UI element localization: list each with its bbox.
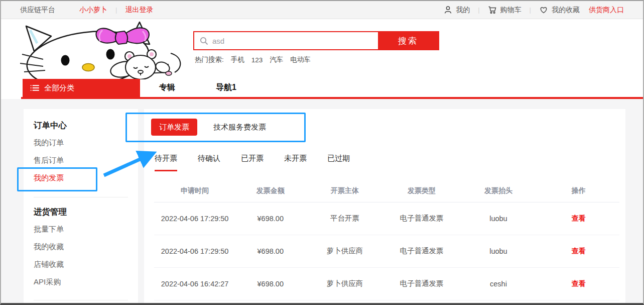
cell-amount: ¥698.00 xyxy=(235,267,305,300)
heart-icon xyxy=(539,6,548,14)
view-link[interactable]: 查看 xyxy=(538,202,619,235)
logout-link[interactable]: 退出登录 xyxy=(125,6,153,15)
topbar-divider: | xyxy=(530,6,531,14)
col-issuer: 开票主体 xyxy=(305,180,384,202)
sidebar-divider xyxy=(34,197,128,197)
cell-title: luobu xyxy=(459,202,538,235)
sidebar-item-bulk-order[interactable]: 批量下单 xyxy=(34,221,128,238)
cell-apply-time: 2022-04-06 16:42:27 xyxy=(154,267,235,300)
nav-item-nav1[interactable]: 导航1 xyxy=(216,82,236,93)
col-action: 操作 xyxy=(538,180,619,202)
table-row: 2022-04-06 17:29:50 ¥698.00 平台开票 电子普通发票 … xyxy=(154,202,619,235)
tab-issued[interactable]: 已开票 xyxy=(241,154,264,171)
tab-pending-invoice[interactable]: 待开票 xyxy=(155,154,177,171)
favorites-link[interactable]: 我的收藏 xyxy=(539,6,580,15)
sidebar-item-my-orders[interactable]: 我的订单 xyxy=(34,134,128,152)
col-apply-time: 申请时间 xyxy=(154,180,235,202)
cart-link[interactable]: 购物车 xyxy=(488,6,522,15)
cell-title: luobu xyxy=(459,235,538,267)
cell-apply-time: 2022-04-06 17:29:50 xyxy=(154,202,235,235)
app-window: 供应链平台 小小萝卜 | 退出登录 我的 | xyxy=(0,0,644,305)
topbar-divider: | xyxy=(478,6,479,14)
hot-keyword[interactable]: 汽车 xyxy=(270,55,283,64)
cell-amount: ¥698.00 xyxy=(235,202,305,235)
cell-issuer: 萝卜供应商 xyxy=(305,235,384,267)
topbar-divider: | xyxy=(115,6,117,14)
sidebar-item-my-favorites[interactable]: 我的收藏 xyxy=(34,238,128,256)
cell-issuer: 萝卜供应商 xyxy=(305,267,384,300)
category-list-icon xyxy=(30,84,39,91)
hot-search: 热门搜索: 手机 123 汽车 电动车 xyxy=(195,55,311,64)
hot-keyword[interactable]: 123 xyxy=(251,56,263,64)
search-input[interactable] xyxy=(212,37,378,45)
sidebar-section-order-center: 订单中心 xyxy=(34,117,128,134)
sidebar-item-api-purchase[interactable]: API采购 xyxy=(34,273,128,291)
hot-keyword[interactable]: 电动车 xyxy=(290,55,311,64)
cell-issuer: 平台开票 xyxy=(305,202,384,235)
my-account-link[interactable]: 我的 xyxy=(444,6,470,15)
sidebar-divider xyxy=(34,300,128,300)
all-categories-button[interactable]: 全部分类 xyxy=(23,79,140,97)
sidebar-item-my-invoices[interactable]: 我的发票 xyxy=(34,169,128,187)
tab-to-confirm[interactable]: 待确认 xyxy=(198,154,220,171)
tab-expired[interactable]: 已过期 xyxy=(327,154,350,171)
search-icon xyxy=(200,37,208,45)
hot-search-label: 热门搜索: xyxy=(195,55,224,64)
cell-apply-time: 2022-04-06 17:29:50 xyxy=(154,235,235,267)
sidebar: 订单中心 我的订单 售后订单 我的发票 进货管理 批量下单 我的收藏 店铺收藏 … xyxy=(24,109,138,305)
invoice-table: 申请时间 发票金额 开票主体 发票类型 发票抬头 操作 2022-04-06 1… xyxy=(154,180,619,300)
tab-tech-service-invoice[interactable]: 技术服务费发票 xyxy=(205,119,274,136)
logo-image[interactable] xyxy=(20,21,187,79)
view-link[interactable]: 查看 xyxy=(538,267,619,300)
tab-not-issued[interactable]: 未开票 xyxy=(284,154,307,171)
invoice-status-tabs: 待开票 待确认 已开票 未开票 已过期 xyxy=(155,154,370,171)
table-header-row: 申请时间 发票金额 开票主体 发票类型 发票抬头 操作 xyxy=(154,180,619,202)
invoice-type-tabs: 订单发票 技术服务费发票 xyxy=(151,119,274,136)
cell-amount: ¥698.00 xyxy=(235,235,305,267)
hot-keyword[interactable]: 手机 xyxy=(231,55,244,64)
sidebar-section-purchase-mgmt: 进货管理 xyxy=(34,204,128,221)
sidebar-item-aftersale-orders[interactable]: 售后订单 xyxy=(34,152,128,169)
cell-type: 电子普通发票 xyxy=(384,202,459,235)
table-row: 2022-04-06 16:42:27 ¥698.00 萝卜供应商 电子普通发票… xyxy=(154,267,619,300)
tab-order-invoice[interactable]: 订单发票 xyxy=(151,119,197,136)
col-amount: 发票金额 xyxy=(235,180,305,202)
user-icon xyxy=(444,6,452,14)
col-title: 发票抬头 xyxy=(459,180,538,202)
col-type: 发票类型 xyxy=(384,180,459,202)
supplier-entry-link[interactable]: 供货商入口 xyxy=(589,6,624,15)
invoice-panel: 订单发票 技术服务费发票 待开票 待确认 已开票 未开票 已过期 申请时间 发票… xyxy=(144,109,625,305)
view-link[interactable]: 查看 xyxy=(538,235,619,267)
cell-title: ceshi xyxy=(459,267,538,300)
nav-item-album[interactable]: 专辑 xyxy=(159,82,175,93)
cell-type: 电子普通发票 xyxy=(384,267,459,300)
cart-icon xyxy=(488,6,497,14)
top-bar: 供应链平台 小小萝卜 | 退出登录 我的 | xyxy=(1,1,643,19)
search-button[interactable]: 搜索 xyxy=(378,32,438,49)
brand-title: 供应链平台 xyxy=(20,6,55,15)
sidebar-item-shop-favorites[interactable]: 店铺收藏 xyxy=(34,256,128,273)
table-row: 2022-04-06 17:29:50 ¥698.00 萝卜供应商 电子普通发票… xyxy=(154,235,619,267)
username-link[interactable]: 小小萝卜 xyxy=(79,6,107,15)
cell-type: 电子普通发票 xyxy=(384,235,459,267)
search-bar: 搜索 xyxy=(193,31,439,50)
